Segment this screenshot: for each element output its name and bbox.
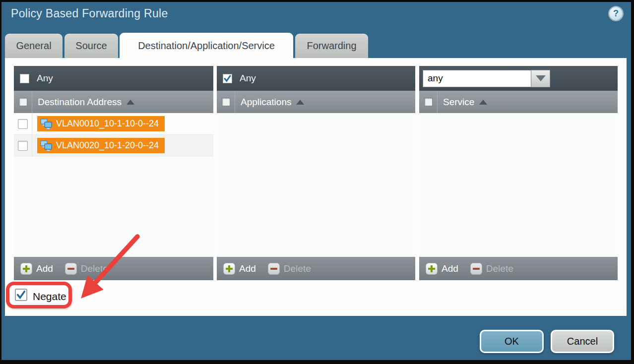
destination-selectall-checkbox[interactable]: [19, 98, 27, 106]
add-label: Add: [239, 263, 256, 274]
applications-footer: Add Delete: [217, 257, 415, 280]
sort-asc-icon: [296, 100, 304, 105]
applications-any-checkbox[interactable]: [223, 74, 232, 83]
check-icon: [223, 74, 232, 83]
delete-button[interactable]: Delete: [268, 263, 311, 275]
service-selectall-cell: [419, 91, 438, 113]
service-dropdown-value[interactable]: any: [423, 70, 531, 87]
destination-column-header[interactable]: Destination Address: [14, 91, 213, 113]
destination-footer: Add Delete: [14, 257, 213, 280]
plus-icon: [20, 263, 32, 275]
tab-source[interactable]: Source: [64, 34, 118, 58]
delete-label: Delete: [486, 263, 513, 274]
add-button[interactable]: Add: [426, 263, 458, 275]
cancel-button[interactable]: Cancel: [551, 330, 614, 353]
add-button[interactable]: Add: [20, 263, 53, 275]
applications-any-bar: Any: [217, 66, 415, 91]
screenshot-root: Policy Based Forwarding Rule ? General S…: [0, 0, 634, 364]
applications-column-label[interactable]: Applications: [241, 97, 291, 108]
ok-button[interactable]: OK: [480, 330, 544, 353]
service-dropdown-button[interactable]: [531, 70, 550, 87]
minus-icon: [268, 263, 280, 275]
destination-any-bar: Any: [14, 66, 213, 91]
service-list: [419, 113, 618, 257]
network-group-icon: [40, 140, 53, 152]
service-selectall-checkbox[interactable]: [424, 98, 433, 106]
applications-column-header[interactable]: Applications: [217, 91, 415, 113]
destination-column-label[interactable]: Destination Address: [38, 97, 122, 108]
plus-icon: [223, 263, 235, 275]
destination-any-checkbox[interactable]: [20, 74, 29, 83]
applications-panel: Any Applications Add Delete: [217, 66, 415, 280]
address-object-name: VLAN0020_10-1-20-0--24: [56, 140, 159, 151]
service-footer: Add Delete: [419, 257, 618, 280]
destination-any-label: Any: [37, 73, 53, 84]
list-item[interactable]: VLAN0020_10-1-20-0--24: [14, 135, 213, 157]
service-dropdown[interactable]: any: [423, 70, 550, 87]
delete-button[interactable]: Delete: [65, 263, 108, 275]
help-icon[interactable]: ?: [609, 7, 623, 20]
address-object-chip[interactable]: VLAN0010_10-1-10-0--24: [37, 116, 165, 131]
service-column-header[interactable]: Service: [419, 91, 618, 113]
tab-general[interactable]: General: [5, 34, 63, 58]
add-label: Add: [442, 263, 458, 274]
sort-asc-icon: [479, 100, 487, 105]
applications-selectall-cell: [217, 91, 235, 113]
delete-button[interactable]: Delete: [470, 263, 513, 275]
chevron-down-icon: [536, 75, 546, 81]
negate-checkbox[interactable]: [15, 289, 27, 301]
row-checkbox[interactable]: [18, 119, 28, 129]
question-mark-glyph: ?: [613, 8, 619, 19]
address-object-chip[interactable]: VLAN0020_10-1-20-0--24: [37, 138, 165, 153]
applications-list: [217, 113, 415, 257]
check-icon: [16, 290, 26, 300]
add-button[interactable]: Add: [223, 263, 256, 275]
row-checkbox-cell: [14, 113, 32, 134]
delete-label: Delete: [284, 263, 311, 274]
row-checkbox[interactable]: [18, 141, 28, 151]
minus-icon: [470, 263, 482, 275]
negate-label: Negate: [33, 291, 66, 303]
tab-destination-application-service[interactable]: Destination/Application/Service: [120, 33, 293, 59]
network-group-icon: [40, 118, 53, 130]
sort-asc-icon: [127, 100, 134, 105]
tab-forwarding[interactable]: Forwarding: [295, 34, 368, 58]
destination-address-panel: Any Destination Address VLAN0010_10-1-10…: [14, 66, 213, 280]
applications-any-label: Any: [240, 73, 256, 84]
add-label: Add: [36, 263, 53, 274]
applications-selectall-checkbox[interactable]: [222, 98, 230, 106]
service-column-label[interactable]: Service: [443, 97, 474, 108]
service-panel: any Service Add Delete: [419, 66, 618, 280]
delete-label: Delete: [81, 263, 108, 274]
list-item[interactable]: VLAN0010_10-1-10-0--24: [14, 113, 213, 135]
minus-icon: [65, 263, 77, 275]
destination-selectall-cell: [14, 91, 32, 113]
plus-icon: [426, 263, 438, 275]
dialog-title: Policy Based Forwarding Rule: [11, 7, 168, 20]
service-dropdown-bar: any: [419, 66, 618, 91]
row-checkbox-cell: [14, 135, 32, 156]
destination-list: VLAN0010_10-1-10-0--24 VLAN0020_10-1-20-…: [14, 113, 213, 257]
address-object-name: VLAN0010_10-1-10-0--24: [56, 119, 159, 129]
